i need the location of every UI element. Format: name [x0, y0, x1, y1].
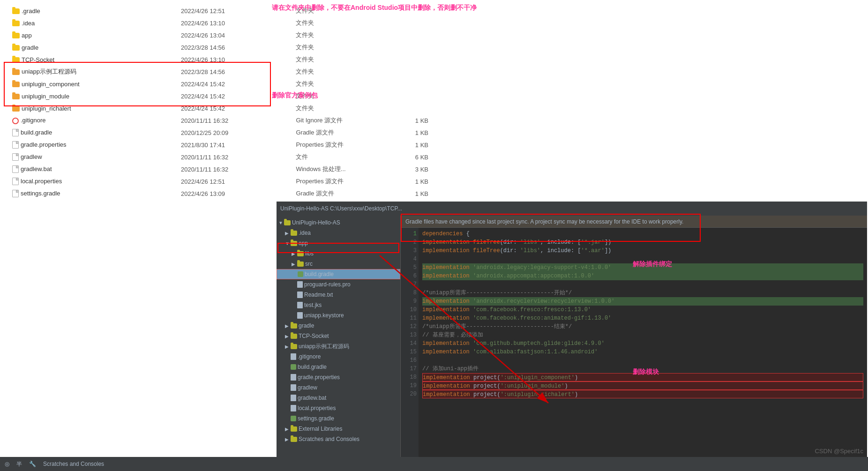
tree-arrow: ▶ [285, 231, 290, 235]
tree-arrow: ▶ [292, 251, 296, 256]
file-size: 1 KB [385, 127, 431, 139]
file-name: TCP-Socket [9, 53, 178, 66]
table-row[interactable]: app 2022/4/26 13:04 文件夹 [9, 29, 431, 41]
tree-item[interactable]: ▶gradle [277, 321, 400, 331]
file-date: 2022/4/26 13:10 [178, 17, 293, 29]
code-line: implementation fileTree(dir: 'libs', inc… [422, 238, 863, 247]
tree-arrow: ▼ [278, 220, 283, 225]
tree-item-label: test.jks [304, 302, 322, 308]
tree-item[interactable]: gradle.properties [277, 372, 400, 382]
tree-item-label: .gitignore [298, 353, 321, 360]
tree-item-label: Scratches and Consoles [299, 436, 359, 442]
tree-item-label: src [305, 261, 313, 267]
table-row[interactable]: TCP-Socket 2022/4/26 13:10 文件夹 [9, 53, 431, 66]
file-name: settings.gradle [9, 187, 178, 200]
tree-folder-icon [291, 437, 297, 442]
tree-item-label: uniapp.keystore [304, 312, 344, 319]
file-icon [12, 165, 19, 173]
tree-item[interactable]: .gitignore [277, 351, 400, 362]
line-number: 17 [403, 365, 417, 373]
table-row[interactable]: build.gradle 2020/12/25 20:09 Gradle 源文件… [9, 127, 431, 139]
tree-item[interactable]: proguard-rules.pro [277, 279, 400, 290]
file-name: gradlew [9, 151, 178, 163]
line-number: 13 [403, 331, 417, 339]
ide-section: UniPlugin-Hello-AS C:\Users\xxw\Desktop\… [277, 202, 867, 471]
tree-file-icon [297, 312, 303, 319]
table-row[interactable]: .idea 2022/4/26 13:10 文件夹 [9, 17, 431, 29]
tree-folder-icon [297, 262, 304, 267]
file-type: 文件夹 [293, 17, 385, 29]
table-row[interactable]: .gitignore 2020/11/11 16:32 Git Ignore 源… [9, 114, 431, 127]
folder-icon [12, 21, 20, 26]
line-numbers: 1234567891011121314151617181920 [401, 228, 419, 471]
file-icon [12, 190, 19, 197]
ide-header: UniPlugin-Hello-AS C:\Users\xxw\Desktop\… [277, 202, 867, 216]
annotation-remove-module: 删除模块 [633, 368, 659, 376]
tree-item[interactable]: gradlew.bat [277, 393, 400, 403]
table-row[interactable]: uniapp示例工程源码 2022/3/28 14:56 文件夹 [9, 66, 431, 78]
table-row[interactable]: gradlew.bat 2020/11/11 16:32 Windows 批处理… [9, 163, 431, 175]
tree-item[interactable]: ▶.idea [277, 228, 400, 238]
line-number: 2 [403, 238, 417, 247]
file-size [385, 17, 431, 29]
file-date: 2021/8/30 17:41 [178, 139, 293, 151]
tree-item[interactable]: ▼app [277, 238, 400, 248]
table-row[interactable]: settings.gradle 2022/4/26 13:09 Gradle 源… [9, 187, 431, 200]
tree-item-label: build.gradle [298, 364, 327, 370]
file-type: 文件夹 [293, 41, 385, 53]
tree-file-icon [291, 384, 296, 391]
file-type: 文件夹 [293, 102, 385, 114]
tree-item[interactable]: ▶uniapp示例工程源码 [277, 341, 400, 351]
project-tree[interactable]: ▼UniPlugin-Hello-AS▶.idea▼app▶libs▶srcbu… [277, 216, 401, 471]
tree-file-icon [297, 281, 303, 288]
tree-item[interactable]: ▶Scratches and Consoles [277, 434, 400, 444]
annotation-remove-binding: 解除插件绑定 [633, 260, 672, 269]
folder-icon-orange [12, 106, 20, 112]
code-line [422, 356, 863, 365]
tree-item[interactable]: build.gradle [277, 362, 400, 372]
file-type: 文件 [293, 151, 385, 163]
tree-folder-icon [291, 344, 297, 349]
tree-item-label: gradlew [298, 384, 317, 391]
folder-icon-orange [12, 69, 20, 75]
code-line: // 基座需要，必须添加 [422, 331, 863, 339]
table-row[interactable]: local.properties 2022/4/26 12:51 Propert… [9, 175, 431, 187]
tree-item[interactable]: ▶External Libraries [277, 424, 400, 434]
file-date: 2020/11/11 16:32 [178, 163, 293, 175]
table-row[interactable]: uniplugin_richalert 2022/4/24 15:42 文件夹 [9, 102, 431, 114]
bottom-bar: ◎ 半 🔧 Scratches and Consoles [0, 457, 868, 471]
tree-item[interactable]: local.properties [277, 403, 400, 413]
scratches-and-consoles[interactable]: Scratches and Consoles [43, 461, 104, 467]
tree-arrow: ▶ [292, 262, 296, 266]
file-size: 1 KB [385, 114, 431, 127]
file-size: 1 KB [385, 187, 431, 200]
tree-item[interactable]: Readme.txt [277, 290, 400, 300]
tree-item[interactable]: settings.gradle [277, 413, 400, 424]
tree-item-label: gradle.properties [298, 374, 340, 381]
tree-item[interactable]: gradlew [277, 382, 400, 393]
tree-folder-icon [291, 241, 297, 246]
code-line: implementation project(':uniplugin_richa… [422, 390, 863, 398]
tree-item[interactable]: build.gradle [277, 269, 400, 279]
table-row[interactable]: gradle.properties 2021/8/30 17:41 Proper… [9, 139, 431, 151]
file-date: 2022/3/28 14:56 [178, 66, 293, 78]
tree-item[interactable]: ▶libs [277, 248, 400, 259]
tree-arrow: ▶ [285, 426, 290, 431]
file-date: 2022/4/26 13:10 [178, 53, 293, 66]
tree-item-label: Readme.txt [304, 292, 333, 298]
table-row[interactable]: gradle 2022/3/28 14:56 文件夹 [9, 41, 431, 53]
file-date: 2022/4/24 15:42 [178, 102, 293, 114]
tree-item[interactable]: test.jks [277, 300, 400, 310]
file-size [385, 78, 431, 90]
table-row[interactable]: uniplugin_module 2022/4/24 15:42 文件夹 [9, 90, 431, 102]
table-row[interactable]: gradlew 2020/11/11 16:32 文件 6 KB [9, 151, 431, 163]
tree-item[interactable]: ▼UniPlugin-Hello-AS [277, 217, 400, 228]
file-name: uniplugin_module [9, 90, 178, 102]
line-number: 15 [403, 348, 417, 356]
bottom-bar-wrench: 🔧 [29, 461, 36, 467]
tree-item[interactable]: ▶src [277, 259, 400, 269]
tree-arrow: ▶ [285, 344, 290, 349]
table-row[interactable]: uniplugin_component 2022/4/24 15:42 文件夹 [9, 78, 431, 90]
tree-item[interactable]: uniapp.keystore [277, 310, 400, 321]
tree-item[interactable]: ▶TCP-Socket [277, 331, 400, 341]
